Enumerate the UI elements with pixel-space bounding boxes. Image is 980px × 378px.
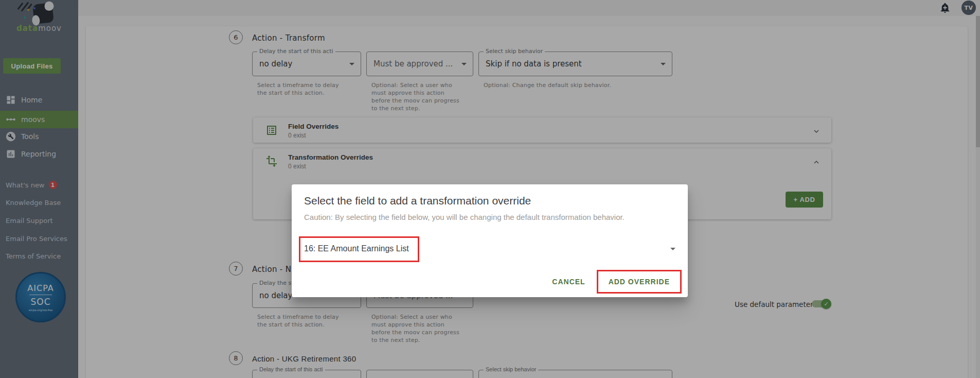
chevron-down-icon (670, 248, 675, 250)
annotation-box-add-override: ADD OVERRIDE (597, 270, 682, 294)
override-field-select[interactable]: 16: EE Amount Earnings List (304, 237, 675, 261)
override-field-select-value: 16: EE Amount Earnings List (304, 244, 409, 253)
add-transformation-override-dialog: Select the field to add a transformation… (292, 184, 688, 297)
app-screen: TV datamoov Upload Files Home moovs (0, 0, 980, 378)
dialog-actions: CANCEL ADD OVERRIDE (544, 270, 682, 294)
dialog-caution-text: Caution: By selecting the field below, y… (304, 213, 625, 221)
dialog-title: Select the field to add a transformation… (304, 195, 531, 207)
cancel-button[interactable]: CANCEL (544, 272, 593, 291)
add-override-button[interactable]: ADD OVERRIDE (600, 272, 678, 291)
